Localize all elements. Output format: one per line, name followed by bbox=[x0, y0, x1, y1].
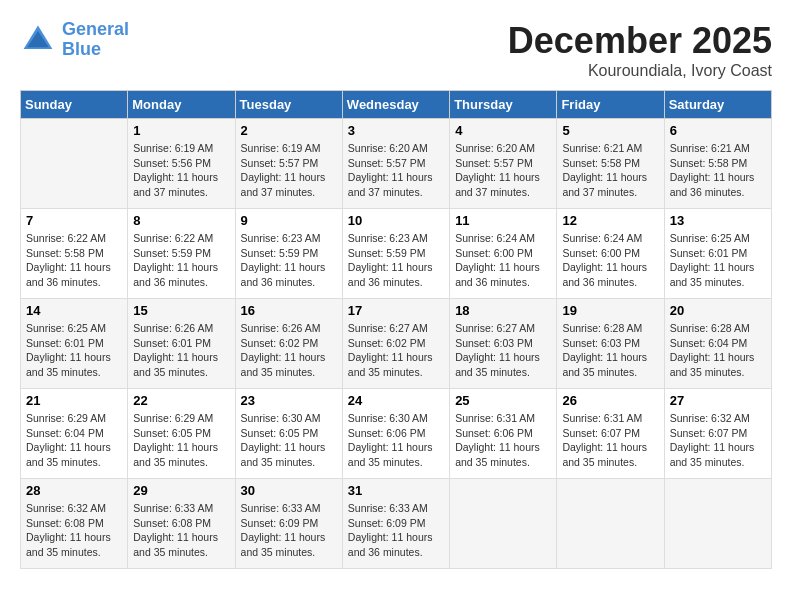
weekday-header-monday: Monday bbox=[128, 91, 235, 119]
day-number: 31 bbox=[348, 483, 444, 498]
calendar-cell: 14Sunrise: 6:25 AMSunset: 6:01 PMDayligh… bbox=[21, 299, 128, 389]
calendar-cell: 22Sunrise: 6:29 AMSunset: 6:05 PMDayligh… bbox=[128, 389, 235, 479]
calendar-body: 1Sunrise: 6:19 AMSunset: 5:56 PMDaylight… bbox=[21, 119, 772, 569]
calendar-table: SundayMondayTuesdayWednesdayThursdayFrid… bbox=[20, 90, 772, 569]
day-info: Sunrise: 6:31 AMSunset: 6:06 PMDaylight:… bbox=[455, 411, 551, 470]
day-number: 2 bbox=[241, 123, 337, 138]
day-info: Sunrise: 6:33 AMSunset: 6:09 PMDaylight:… bbox=[241, 501, 337, 560]
calendar-week-row: 1Sunrise: 6:19 AMSunset: 5:56 PMDaylight… bbox=[21, 119, 772, 209]
calendar-cell: 4Sunrise: 6:20 AMSunset: 5:57 PMDaylight… bbox=[450, 119, 557, 209]
calendar-cell: 17Sunrise: 6:27 AMSunset: 6:02 PMDayligh… bbox=[342, 299, 449, 389]
day-info: Sunrise: 6:33 AMSunset: 6:08 PMDaylight:… bbox=[133, 501, 229, 560]
calendar-week-row: 14Sunrise: 6:25 AMSunset: 6:01 PMDayligh… bbox=[21, 299, 772, 389]
calendar-week-row: 21Sunrise: 6:29 AMSunset: 6:04 PMDayligh… bbox=[21, 389, 772, 479]
day-number: 5 bbox=[562, 123, 658, 138]
calendar-cell: 13Sunrise: 6:25 AMSunset: 6:01 PMDayligh… bbox=[664, 209, 771, 299]
day-number: 8 bbox=[133, 213, 229, 228]
calendar-cell: 27Sunrise: 6:32 AMSunset: 6:07 PMDayligh… bbox=[664, 389, 771, 479]
day-number: 12 bbox=[562, 213, 658, 228]
calendar-cell: 24Sunrise: 6:30 AMSunset: 6:06 PMDayligh… bbox=[342, 389, 449, 479]
calendar-cell: 28Sunrise: 6:32 AMSunset: 6:08 PMDayligh… bbox=[21, 479, 128, 569]
calendar-cell: 10Sunrise: 6:23 AMSunset: 5:59 PMDayligh… bbox=[342, 209, 449, 299]
weekday-header-wednesday: Wednesday bbox=[342, 91, 449, 119]
day-number: 26 bbox=[562, 393, 658, 408]
location-title: Kouroundiala, Ivory Coast bbox=[508, 62, 772, 80]
day-info: Sunrise: 6:23 AMSunset: 5:59 PMDaylight:… bbox=[241, 231, 337, 290]
calendar-cell: 6Sunrise: 6:21 AMSunset: 5:58 PMDaylight… bbox=[664, 119, 771, 209]
day-info: Sunrise: 6:29 AMSunset: 6:04 PMDaylight:… bbox=[26, 411, 122, 470]
calendar-cell: 30Sunrise: 6:33 AMSunset: 6:09 PMDayligh… bbox=[235, 479, 342, 569]
calendar-cell: 31Sunrise: 6:33 AMSunset: 6:09 PMDayligh… bbox=[342, 479, 449, 569]
calendar-cell bbox=[557, 479, 664, 569]
day-number: 6 bbox=[670, 123, 766, 138]
day-number: 7 bbox=[26, 213, 122, 228]
day-info: Sunrise: 6:28 AMSunset: 6:04 PMDaylight:… bbox=[670, 321, 766, 380]
day-info: Sunrise: 6:23 AMSunset: 5:59 PMDaylight:… bbox=[348, 231, 444, 290]
day-number: 10 bbox=[348, 213, 444, 228]
calendar-cell: 7Sunrise: 6:22 AMSunset: 5:58 PMDaylight… bbox=[21, 209, 128, 299]
day-info: Sunrise: 6:21 AMSunset: 5:58 PMDaylight:… bbox=[562, 141, 658, 200]
day-info: Sunrise: 6:26 AMSunset: 6:01 PMDaylight:… bbox=[133, 321, 229, 380]
weekday-header-friday: Friday bbox=[557, 91, 664, 119]
day-number: 24 bbox=[348, 393, 444, 408]
day-number: 14 bbox=[26, 303, 122, 318]
day-info: Sunrise: 6:25 AMSunset: 6:01 PMDaylight:… bbox=[26, 321, 122, 380]
calendar-cell: 3Sunrise: 6:20 AMSunset: 5:57 PMDaylight… bbox=[342, 119, 449, 209]
calendar-cell: 11Sunrise: 6:24 AMSunset: 6:00 PMDayligh… bbox=[450, 209, 557, 299]
day-info: Sunrise: 6:26 AMSunset: 6:02 PMDaylight:… bbox=[241, 321, 337, 380]
day-info: Sunrise: 6:20 AMSunset: 5:57 PMDaylight:… bbox=[455, 141, 551, 200]
day-info: Sunrise: 6:22 AMSunset: 5:58 PMDaylight:… bbox=[26, 231, 122, 290]
day-info: Sunrise: 6:25 AMSunset: 6:01 PMDaylight:… bbox=[670, 231, 766, 290]
weekday-header-row: SundayMondayTuesdayWednesdayThursdayFrid… bbox=[21, 91, 772, 119]
calendar-cell bbox=[450, 479, 557, 569]
day-number: 1 bbox=[133, 123, 229, 138]
day-number: 4 bbox=[455, 123, 551, 138]
calendar-cell: 16Sunrise: 6:26 AMSunset: 6:02 PMDayligh… bbox=[235, 299, 342, 389]
page-header: General Blue December 2025 Kouroundiala,… bbox=[20, 20, 772, 80]
calendar-header: SundayMondayTuesdayWednesdayThursdayFrid… bbox=[21, 91, 772, 119]
calendar-cell bbox=[664, 479, 771, 569]
day-info: Sunrise: 6:19 AMSunset: 5:56 PMDaylight:… bbox=[133, 141, 229, 200]
calendar-cell: 5Sunrise: 6:21 AMSunset: 5:58 PMDaylight… bbox=[557, 119, 664, 209]
day-info: Sunrise: 6:29 AMSunset: 6:05 PMDaylight:… bbox=[133, 411, 229, 470]
calendar-cell: 26Sunrise: 6:31 AMSunset: 6:07 PMDayligh… bbox=[557, 389, 664, 479]
day-number: 11 bbox=[455, 213, 551, 228]
logo: General Blue bbox=[20, 20, 129, 60]
calendar-cell: 1Sunrise: 6:19 AMSunset: 5:56 PMDaylight… bbox=[128, 119, 235, 209]
day-info: Sunrise: 6:28 AMSunset: 6:03 PMDaylight:… bbox=[562, 321, 658, 380]
calendar-cell: 12Sunrise: 6:24 AMSunset: 6:00 PMDayligh… bbox=[557, 209, 664, 299]
calendar-week-row: 7Sunrise: 6:22 AMSunset: 5:58 PMDaylight… bbox=[21, 209, 772, 299]
day-number: 29 bbox=[133, 483, 229, 498]
day-number: 23 bbox=[241, 393, 337, 408]
day-info: Sunrise: 6:27 AMSunset: 6:03 PMDaylight:… bbox=[455, 321, 551, 380]
day-number: 25 bbox=[455, 393, 551, 408]
day-info: Sunrise: 6:20 AMSunset: 5:57 PMDaylight:… bbox=[348, 141, 444, 200]
day-info: Sunrise: 6:31 AMSunset: 6:07 PMDaylight:… bbox=[562, 411, 658, 470]
day-info: Sunrise: 6:30 AMSunset: 6:06 PMDaylight:… bbox=[348, 411, 444, 470]
day-info: Sunrise: 6:32 AMSunset: 6:08 PMDaylight:… bbox=[26, 501, 122, 560]
day-number: 22 bbox=[133, 393, 229, 408]
day-number: 19 bbox=[562, 303, 658, 318]
day-number: 13 bbox=[670, 213, 766, 228]
day-number: 20 bbox=[670, 303, 766, 318]
calendar-cell: 21Sunrise: 6:29 AMSunset: 6:04 PMDayligh… bbox=[21, 389, 128, 479]
calendar-cell: 25Sunrise: 6:31 AMSunset: 6:06 PMDayligh… bbox=[450, 389, 557, 479]
day-info: Sunrise: 6:24 AMSunset: 6:00 PMDaylight:… bbox=[455, 231, 551, 290]
day-info: Sunrise: 6:27 AMSunset: 6:02 PMDaylight:… bbox=[348, 321, 444, 380]
weekday-header-thursday: Thursday bbox=[450, 91, 557, 119]
day-number: 9 bbox=[241, 213, 337, 228]
logo-text: General Blue bbox=[62, 20, 129, 60]
calendar-cell: 29Sunrise: 6:33 AMSunset: 6:08 PMDayligh… bbox=[128, 479, 235, 569]
day-number: 30 bbox=[241, 483, 337, 498]
calendar-cell: 8Sunrise: 6:22 AMSunset: 5:59 PMDaylight… bbox=[128, 209, 235, 299]
day-info: Sunrise: 6:30 AMSunset: 6:05 PMDaylight:… bbox=[241, 411, 337, 470]
calendar-cell: 9Sunrise: 6:23 AMSunset: 5:59 PMDaylight… bbox=[235, 209, 342, 299]
calendar-cell: 19Sunrise: 6:28 AMSunset: 6:03 PMDayligh… bbox=[557, 299, 664, 389]
calendar-cell: 2Sunrise: 6:19 AMSunset: 5:57 PMDaylight… bbox=[235, 119, 342, 209]
day-number: 3 bbox=[348, 123, 444, 138]
day-number: 21 bbox=[26, 393, 122, 408]
day-info: Sunrise: 6:32 AMSunset: 6:07 PMDaylight:… bbox=[670, 411, 766, 470]
day-info: Sunrise: 6:19 AMSunset: 5:57 PMDaylight:… bbox=[241, 141, 337, 200]
day-number: 17 bbox=[348, 303, 444, 318]
calendar-cell: 18Sunrise: 6:27 AMSunset: 6:03 PMDayligh… bbox=[450, 299, 557, 389]
